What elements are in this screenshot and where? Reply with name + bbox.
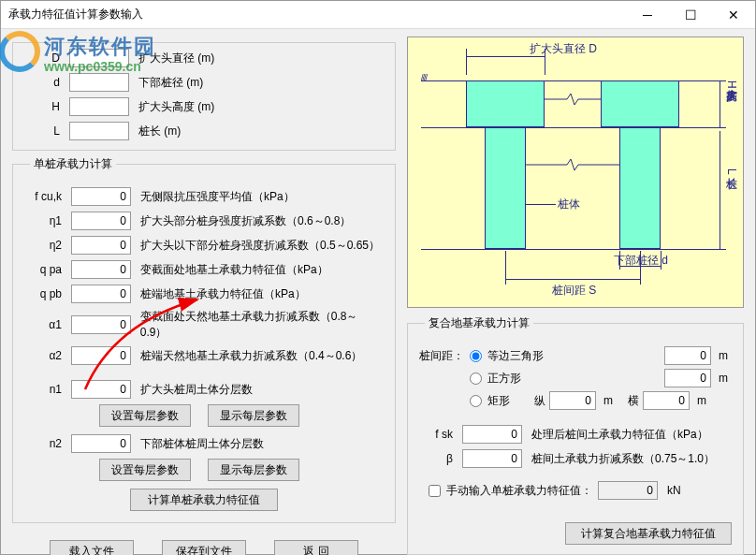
row-L: L 桩长 (m): [22, 122, 385, 140]
label-tri: 等边三角形: [487, 348, 553, 364]
sym-qpb: q pb: [24, 287, 65, 300]
left-panel: D 扩大头直径 (m) d 下部桩径 (m) H 扩大头高度 (m) L: [12, 37, 396, 555]
pile-diagram: 扩大头直径 D ////: [407, 37, 744, 308]
desc-qpb: 桩端地基土承载力特征值（kPa）: [137, 286, 306, 302]
return-button[interactable]: 返 回: [274, 540, 358, 555]
desc-fcu: 无侧限抗压强度平均值（kPa）: [137, 189, 295, 205]
row-d: d 下部桩径 (m): [22, 73, 385, 92]
radio-sq[interactable]: [470, 372, 482, 385]
desc-L: 桩长 (m): [135, 124, 181, 139]
maximize-button[interactable]: ☐: [669, 1, 712, 29]
input-H[interactable]: [69, 97, 129, 116]
geometry-group: D 扩大头直径 (m) d 下部桩径 (m) H 扩大头高度 (m) L: [12, 42, 396, 151]
spacing-label: 桩间距：: [419, 346, 466, 414]
single-pile-fieldset: 单桩承载力计算 f cu,k无侧限抗压强度平均值（kPa） η1扩大头部分桩身强…: [12, 156, 396, 523]
manual-label: 手动输入单桩承载力特征值：: [446, 483, 592, 499]
right-panel: 扩大头直径 D ////: [407, 37, 744, 555]
sym-beta: β: [419, 452, 457, 465]
row-H: H 扩大头高度 (m): [22, 97, 385, 116]
radio-row-sq: 正方形 m: [470, 369, 732, 387]
sym-d: d: [22, 76, 64, 89]
input-eta1[interactable]: [71, 212, 131, 230]
sym-a1: α1: [24, 318, 65, 331]
sym-H: H: [22, 100, 64, 113]
sym-n1: n1: [24, 383, 65, 396]
close-button[interactable]: ✕: [712, 1, 755, 29]
input-n1[interactable]: [71, 380, 131, 399]
desc-a2: 桩端天然地基土承载力折减系数（0.4～0.6）: [137, 348, 362, 364]
radio-rect[interactable]: [470, 395, 482, 407]
input-d[interactable]: [69, 73, 129, 92]
input-n2[interactable]: [71, 434, 131, 453]
sym-n2: n2: [24, 437, 65, 450]
desc-D: 扩大头直径 (m): [135, 51, 214, 66]
input-qpa[interactable]: [71, 260, 131, 279]
n2-set-layer-button[interactable]: 设置每层参数: [99, 459, 191, 481]
input-rect-h[interactable]: [643, 391, 690, 410]
input-beta[interactable]: [462, 449, 522, 468]
sym-L: L: [22, 124, 64, 138]
checkbox-manual[interactable]: [429, 485, 441, 497]
n2-show-layer-button[interactable]: 显示每层参数: [208, 459, 299, 481]
load-file-button[interactable]: 载入文件: [50, 540, 134, 555]
main-window: 承载力特征值计算参数输入 ─ ☐ ✕ 河东软件园 www.pc0359.cn D…: [0, 0, 756, 555]
desc-qpa: 变截面处地基土承载力特征值（kPa）: [137, 262, 328, 278]
n1-set-layer-button[interactable]: 设置每层参数: [99, 404, 191, 427]
save-file-button[interactable]: 保存到文件: [162, 540, 246, 555]
desc-fsk: 处理后桩间土承载力特征值（kPa）: [528, 427, 708, 443]
content-area: 河东软件园 www.pc0359.cn D 扩大头直径 (m) d 下部桩径 (…: [1, 29, 755, 555]
input-sq[interactable]: [664, 369, 711, 387]
desc-a1: 变截面处天然地基土承载力折减系数（0.8～0.9）: [137, 309, 384, 341]
desc-beta: 桩间土承载力折减系数（0.75～1.0）: [528, 451, 715, 467]
window-title: 承载力特征值计算参数输入: [8, 7, 626, 22]
input-L[interactable]: [69, 122, 129, 140]
sym-eta2: η2: [24, 239, 65, 252]
composite-title: 复合地基承载力计算: [425, 315, 533, 331]
input-eta2[interactable]: [71, 236, 131, 255]
composite-fieldset: 复合地基承载力计算 桩间距： 等边三角形 m 正方形: [407, 315, 744, 555]
input-D[interactable]: [69, 49, 129, 67]
single-pile-title: 单桩承载力计算: [30, 156, 116, 172]
titlebar: 承载力特征值计算参数输入 ─ ☐ ✕: [1, 1, 755, 29]
sym-a2: α2: [24, 349, 65, 362]
input-a2[interactable]: [71, 346, 131, 365]
sym-D: D: [22, 51, 64, 65]
desc-H: 扩大头高度 (m): [135, 99, 214, 115]
input-fcu[interactable]: [71, 187, 131, 206]
input-rect-v[interactable]: [549, 391, 596, 410]
desc-n2: 下部桩体桩周土体分层数: [137, 436, 264, 452]
label-rect: 矩形: [487, 393, 523, 409]
radio-row-tri: 等边三角形 m: [470, 346, 732, 365]
input-a1[interactable]: [71, 315, 131, 334]
input-qpb[interactable]: [71, 285, 131, 303]
minimize-button[interactable]: ─: [626, 1, 669, 29]
desc-eta2: 扩大头以下部分桩身强度折减系数（0.5～0.65）: [137, 238, 380, 254]
n1-show-layer-button[interactable]: 显示每层参数: [208, 404, 299, 427]
input-fsk[interactable]: [462, 425, 522, 444]
label-sq: 正方形: [487, 371, 553, 387]
sym-eta1: η1: [24, 214, 65, 227]
desc-eta1: 扩大头部分桩身强度折减系数（0.6～0.8）: [137, 213, 351, 229]
radio-row-rect: 矩形 纵 m 横 m: [470, 391, 732, 410]
input-tri[interactable]: [664, 346, 711, 365]
sym-fcu: f cu,k: [24, 190, 65, 203]
desc-d: 下部桩径 (m): [135, 75, 203, 91]
input-manual: [598, 481, 658, 500]
sym-fsk: f sk: [419, 428, 457, 441]
calc-single-pile-button[interactable]: 计算单桩承载力特征值: [130, 489, 278, 511]
row-D: D 扩大头直径 (m): [22, 49, 385, 67]
sym-qpa: q pa: [24, 263, 65, 276]
calc-composite-button[interactable]: 计算复合地基承载力特征值: [565, 522, 732, 545]
desc-n1: 扩大头桩周土体分层数: [137, 382, 253, 398]
radio-tri[interactable]: [470, 350, 482, 362]
